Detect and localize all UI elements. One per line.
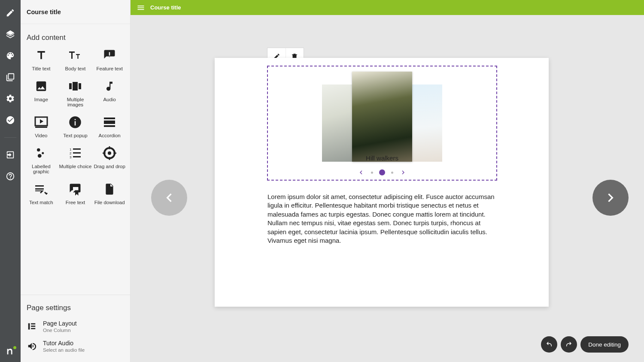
free-text-icon xyxy=(68,182,82,196)
accordion-icon xyxy=(102,115,117,130)
redo-icon xyxy=(565,341,573,348)
page-settings: Page settings Page Layout One Column Tut… xyxy=(21,295,130,362)
svg-rect-2 xyxy=(79,83,81,89)
menu-button[interactable] xyxy=(137,3,145,12)
sidebar-title: Course title xyxy=(21,0,130,24)
carousel-dot-0[interactable] xyxy=(371,172,373,174)
exit-icon xyxy=(6,150,15,160)
svg-text:2: 2 xyxy=(70,151,72,155)
carousel-next-button[interactable] xyxy=(399,169,407,176)
carousel-prev-button[interactable] xyxy=(357,169,365,176)
item-feature-text[interactable]: Feature text xyxy=(92,48,127,71)
rail-layers[interactable] xyxy=(5,29,15,39)
svg-point-13 xyxy=(38,154,42,158)
svg-rect-17 xyxy=(73,152,81,154)
svg-rect-22 xyxy=(109,146,110,149)
svg-rect-28 xyxy=(28,323,30,330)
svg-text:1: 1 xyxy=(70,148,72,151)
svg-rect-10 xyxy=(104,125,115,127)
item-labelled-graphic[interactable]: Labelled graphic xyxy=(24,146,58,174)
topbar-title: Course title xyxy=(150,4,181,11)
item-multiple-choice[interactable]: 123 Multiple choice xyxy=(58,146,93,174)
content-grid: Title text Body text Feature text Image … xyxy=(21,48,130,205)
redo-button[interactable] xyxy=(561,336,577,353)
item-label: Free text xyxy=(66,200,85,205)
svg-rect-8 xyxy=(104,118,115,119)
svg-point-11 xyxy=(37,148,40,152)
chevron-right-icon xyxy=(399,169,407,176)
rail-check[interactable] xyxy=(5,115,15,125)
item-multiple-images[interactable]: Multiple images xyxy=(58,79,93,107)
svg-rect-0 xyxy=(69,83,72,89)
item-label: File download xyxy=(94,200,125,205)
carousel-image-prev[interactable] xyxy=(322,84,354,162)
carousel-caption: Hill walkers xyxy=(268,154,496,162)
svg-rect-19 xyxy=(73,156,81,157)
undo-button[interactable] xyxy=(541,336,557,353)
file-icon xyxy=(102,182,117,196)
rail-help[interactable] xyxy=(5,171,15,181)
item-text-popup[interactable]: Text popup xyxy=(58,115,93,138)
item-label: Multiple images xyxy=(58,97,93,107)
info-icon xyxy=(68,115,82,130)
rail-theme[interactable] xyxy=(5,51,15,61)
item-file-download[interactable]: File download xyxy=(92,182,127,205)
hamburger-icon xyxy=(137,3,145,12)
item-label: Text popup xyxy=(63,133,87,138)
item-text-match[interactable]: Text match xyxy=(24,182,58,205)
item-video[interactable]: Video xyxy=(24,115,58,138)
rail-library[interactable] xyxy=(5,72,15,82)
carousel-dot-1[interactable] xyxy=(379,169,385,175)
svg-rect-29 xyxy=(31,323,35,325)
layers-icon xyxy=(6,30,15,39)
rail-separator xyxy=(4,137,16,138)
svg-rect-24 xyxy=(103,153,106,154)
editor-footer: Done editing xyxy=(541,336,629,353)
item-label: Video xyxy=(35,133,47,138)
rail-edit[interactable] xyxy=(5,8,15,18)
carousel-dot-2[interactable] xyxy=(391,172,393,174)
palette-icon xyxy=(6,51,15,60)
rail-settings[interactable] xyxy=(5,94,15,104)
selected-carousel-block[interactable]: Hill walkers xyxy=(267,66,497,181)
done-editing-button[interactable]: Done editing xyxy=(580,336,629,353)
feature-text-icon xyxy=(102,48,117,63)
sidebar-panel: Course title Add content Title text Body… xyxy=(21,0,131,362)
list-icon: 123 xyxy=(68,146,82,160)
body-text-block[interactable]: Lorem ipsum dolor sit amet, consectetur … xyxy=(267,193,497,245)
item-body-text[interactable]: Body text xyxy=(58,48,93,71)
item-free-text[interactable]: Free text xyxy=(58,182,93,205)
item-image[interactable]: Image xyxy=(24,79,58,107)
setting-subtitle: One Column xyxy=(43,328,77,333)
item-label: Body text xyxy=(65,66,86,71)
rail-exit[interactable] xyxy=(5,150,15,160)
item-label: Accordion xyxy=(99,133,121,138)
item-audio[interactable]: Audio xyxy=(92,79,127,107)
svg-rect-27 xyxy=(35,188,44,190)
carousel-image-next[interactable] xyxy=(410,84,442,162)
target-icon xyxy=(102,146,117,160)
icon-rail xyxy=(0,0,21,362)
audio-icon xyxy=(102,79,117,94)
setting-subtitle: Select an audio file xyxy=(43,347,85,353)
carousel-image-current[interactable] xyxy=(352,72,412,162)
setting-page-layout[interactable]: Page Layout One Column xyxy=(21,317,130,336)
next-page-button[interactable] xyxy=(592,180,629,216)
setting-tutor-audio[interactable]: Tutor Audio Select an audio file xyxy=(21,336,130,356)
undo-icon xyxy=(545,341,553,348)
item-label: Audio xyxy=(103,97,115,102)
pencil-icon xyxy=(6,8,15,18)
item-drag-and-drop[interactable]: Drag and drop xyxy=(92,146,127,174)
rail-logo[interactable] xyxy=(0,347,21,356)
svg-rect-31 xyxy=(31,328,35,329)
chevron-left-icon xyxy=(357,169,365,176)
image-icon xyxy=(34,79,49,94)
svg-rect-26 xyxy=(35,185,44,187)
item-title-text[interactable]: Title text xyxy=(24,48,58,71)
svg-rect-30 xyxy=(31,326,35,327)
preview-topbar: Course title xyxy=(131,0,644,15)
prev-page-button[interactable] xyxy=(151,180,187,216)
carousel-controls xyxy=(268,169,496,176)
item-accordion[interactable]: Accordion xyxy=(92,115,127,138)
svg-rect-4 xyxy=(35,127,47,128)
